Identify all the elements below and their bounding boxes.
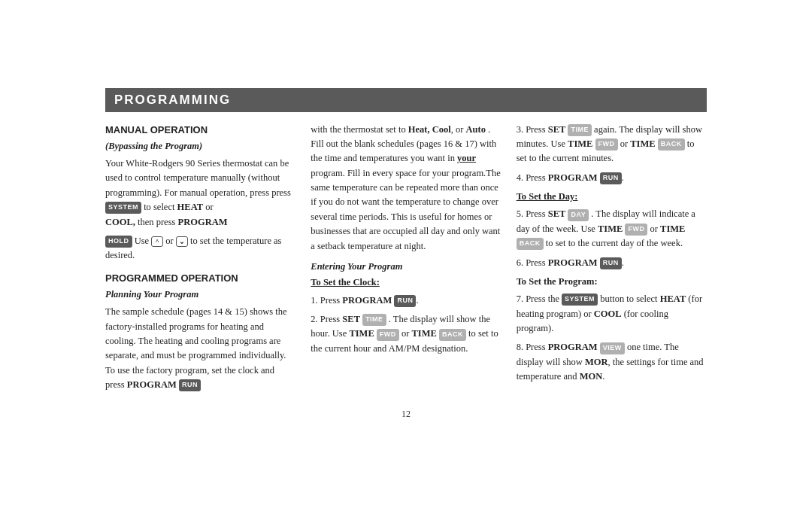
run-badge-col3-1: RUN: [600, 172, 622, 184]
page: PROGRAMMING MANUAL OPERATION (Bypassing …: [83, 73, 729, 436]
step3: 3. Press SET TIME again. The display wil…: [517, 123, 707, 166]
run-badge-col3-2: RUN: [600, 257, 622, 269]
step5: 5. Press SET DAY . The display will indi…: [517, 207, 707, 251]
manual-operation-body: Your White-Rodgers 90 Series thermostat …: [105, 157, 295, 230]
step1: 1. Press PROGRAM RUN.: [311, 294, 501, 308]
step7: 7. Press the SYSTEM button to select HEA…: [517, 292, 707, 336]
page-number: 12: [105, 409, 707, 420]
planning-subtitle: Planning Your Program: [105, 287, 295, 302]
back-badge-col2: BACK: [439, 329, 466, 341]
set-program-title: To Set the Program:: [517, 275, 707, 289]
section-header: PROGRAMMING: [105, 88, 707, 112]
column-2: with the thermostat set to Heat, Cool, o…: [311, 123, 501, 397]
fwd-badge-col2: FWD: [377, 329, 399, 341]
down-arrow-icon: ⌄: [176, 236, 188, 247]
step8: 8. Press PROGRAM VIEW one time. The disp…: [517, 340, 707, 384]
content-columns: MANUAL OPERATION (Bypassing the Program)…: [105, 123, 707, 397]
set-day-title: To Set the Day:: [517, 190, 707, 204]
bypassing-subtitle: (Bypassing the Program): [105, 139, 295, 154]
manual-operation-title: MANUAL OPERATION: [105, 123, 295, 138]
hold-badge: HOLD: [105, 236, 132, 248]
col2-intro: with the thermostat set to Heat, Cool, o…: [311, 123, 501, 254]
column-1: MANUAL OPERATION (Bypassing the Program)…: [105, 123, 295, 397]
run-badge-col1: RUN: [179, 379, 201, 391]
step4: 4. Press PROGRAM RUN.: [517, 171, 707, 185]
manual-operation-body2: HOLD Use ^ or ⌄ to set the temperature a…: [105, 234, 295, 263]
programmed-operation-title: PROGRAMMED OPERATION: [105, 271, 295, 286]
programmed-operation-body: The sample schedule (pages 14 & 15) show…: [105, 305, 295, 392]
set-clock-title: To Set the Clock:: [311, 275, 501, 290]
day-badge-col3: DAY: [568, 209, 589, 221]
system-badge: SYSTEM: [105, 202, 141, 214]
view-badge-col3: VIEW: [600, 342, 625, 354]
section-title: PROGRAMMING: [114, 93, 231, 107]
back-badge-col3: BACK: [658, 138, 685, 151]
run-badge-col2-1: RUN: [394, 295, 416, 307]
fwd-badge-col3-2: FWD: [625, 224, 647, 236]
up-arrow-icon: ^: [151, 236, 163, 247]
time-badge-col2: TIME: [362, 314, 386, 326]
step2: 2. Press SET TIME . The display will sho…: [311, 312, 501, 356]
fwd-badge-col3: FWD: [595, 138, 618, 151]
entering-program-title: Entering Your Program: [311, 260, 501, 274]
step6: 6. Press PROGRAM RUN.: [517, 256, 707, 270]
system-badge-col3: SYSTEM: [562, 294, 598, 306]
time-badge-col3: TIME: [568, 124, 592, 136]
column-3: 3. Press SET TIME again. The display wil…: [517, 123, 707, 397]
back-badge-col3-2: BACK: [517, 238, 544, 250]
